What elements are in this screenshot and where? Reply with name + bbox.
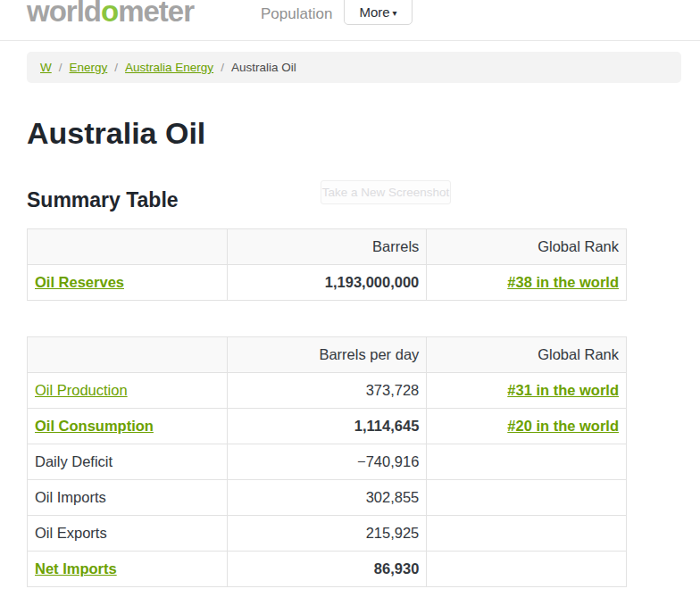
oil-imports-label: Oil Imports [28,480,228,516]
table-row: Net Imports 86,930 [28,552,627,587]
net-imports-link[interactable]: Net Imports [35,560,117,577]
table-row: Oil Reserves 1,193,000,000 #38 in the wo… [28,265,627,301]
oil-consumption-link[interactable]: Oil Consumption [35,418,154,434]
oil-production-value: 373,728 [227,373,427,409]
table-header-row: Barrels Global Rank [28,229,627,265]
take-screenshot-button[interactable]: Take a New Screenshot [321,180,451,204]
table-row: Daily Deficit −740,916 [28,444,627,480]
breadcrumb-link-australia-energy[interactable]: Australia Energy [125,61,213,74]
oil-reserves-table: Barrels Global Rank Oil Reserves 1,193,0… [27,228,627,301]
table-row: Oil Consumption 1,114,645 #20 in the wor… [28,409,627,444]
oil-exports-label: Oil Exports [28,516,228,552]
table-row: Oil Exports 215,925 [28,516,627,552]
logo-accent-o: o [101,0,118,28]
chevron-down-icon: ▾ [393,8,397,18]
net-imports-value: 86,930 [227,552,427,587]
breadcrumb-separator: / [114,61,118,74]
daily-deficit-value: −740,916 [227,444,427,480]
table-row: Oil Production 373,728 #31 in the world [28,373,627,409]
table-header-row: Barrels per day Global Rank [28,337,627,373]
breadcrumb-link-home[interactable]: W [40,61,52,74]
oil-exports-value: 215,925 [227,516,427,552]
logo-text-part1: world [27,0,101,28]
oil-daily-table: Barrels per day Global Rank Oil Producti… [27,336,627,587]
breadcrumb-separator: / [59,61,62,74]
more-button-label: More [359,4,389,20]
oil-exports-rank-empty [427,516,627,552]
header-cell-global-rank: Global Rank [427,337,627,373]
oil-reserves-value: 1,193,000,000 [227,265,427,301]
oil-production-rank-link[interactable]: #31 in the world [507,382,619,398]
logo-text-part2: meter [118,0,194,28]
daily-deficit-label: Daily Deficit [28,444,228,480]
nav-item-population[interactable]: Population [261,5,332,23]
daily-deficit-rank-empty [427,444,627,480]
header-cell-barrels: Barrels [227,229,427,265]
worldometer-logo[interactable]: worldometer [27,0,194,29]
breadcrumb: W / Energy / Australia Energy / Australi… [27,52,681,83]
oil-consumption-rank-link[interactable]: #20 in the world [507,418,619,434]
header-cell-empty [28,337,228,373]
breadcrumb-current-page: Australia Oil [231,61,296,74]
header-cell-empty [28,229,228,265]
site-header: worldometer Population More▾ [0,0,700,41]
breadcrumb-link-energy[interactable]: Energy [70,61,108,74]
oil-reserves-link[interactable]: Oil Reserves [35,274,124,290]
breadcrumb-separator: / [221,61,224,74]
header-cell-global-rank: Global Rank [427,229,627,265]
page-title: Australia Oil [27,115,673,151]
oil-consumption-value: 1,114,645 [227,409,427,444]
net-imports-rank-empty [427,552,627,587]
table-row: Oil Imports 302,855 [28,480,627,516]
oil-reserves-rank-link[interactable]: #38 in the world [507,274,619,290]
main-content: Australia Oil Take a New Screenshot Summ… [0,115,700,587]
oil-production-link[interactable]: Oil Production [35,382,128,398]
oil-imports-rank-empty [427,480,627,516]
more-menu-button[interactable]: More▾ [344,0,412,25]
oil-imports-value: 302,855 [227,480,427,516]
header-cell-barrels-per-day: Barrels per day [227,337,427,373]
